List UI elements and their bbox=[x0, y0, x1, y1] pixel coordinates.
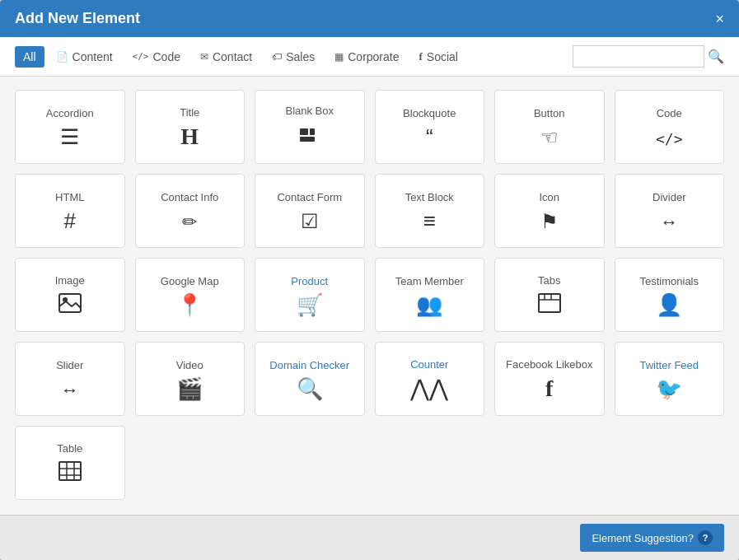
element-card-accordion[interactable]: Accordion ☰ bbox=[15, 90, 125, 164]
element-label-testimonials: Testimonials bbox=[639, 275, 699, 287]
element-icon-code: </> bbox=[656, 126, 683, 147]
element-label-icon: Icon bbox=[539, 191, 559, 203]
nav-tab-all[interactable]: All bbox=[15, 46, 44, 68]
element-card-code[interactable]: Code </> bbox=[615, 90, 725, 164]
nav-label: Corporate bbox=[348, 50, 399, 63]
element-label-image: Image bbox=[55, 274, 85, 287]
corporate-icon: ▦ bbox=[334, 51, 344, 63]
element-card-slider[interactable]: Slider ↔ bbox=[15, 342, 125, 416]
nav-label: Sales bbox=[286, 50, 315, 63]
modal-title: Add New Element bbox=[15, 10, 140, 27]
nav-tab-social[interactable]: fSocial bbox=[411, 46, 466, 68]
content-icon: 📄 bbox=[56, 51, 68, 63]
element-icon-text-block: ≡ bbox=[423, 210, 436, 231]
code-icon: </> bbox=[133, 51, 149, 62]
element-label-title: Title bbox=[180, 106, 199, 119]
element-card-testimonials[interactable]: Testimonials 👤 bbox=[615, 258, 725, 332]
element-label-product: Product bbox=[291, 275, 328, 287]
nav-label: Social bbox=[427, 50, 458, 63]
close-button[interactable]: × bbox=[715, 12, 724, 26]
suggestion-label: Element Suggestion? bbox=[592, 532, 694, 544]
element-icon-slider: ↔ bbox=[61, 378, 79, 399]
element-card-text-block[interactable]: Text Block ≡ bbox=[375, 174, 485, 248]
element-card-icon[interactable]: Icon ⚑ bbox=[494, 174, 605, 248]
nav-tab-contact[interactable]: ✉Contact bbox=[192, 46, 260, 68]
element-card-button[interactable]: Button ☜ bbox=[494, 90, 605, 164]
element-icon-blank-box bbox=[298, 124, 321, 150]
element-label-html: HTML bbox=[55, 191, 84, 203]
nav-label: Content bbox=[72, 50, 113, 63]
element-label-domain-checker: Domain Checker bbox=[269, 359, 349, 371]
element-label-blockquote: Blockquote bbox=[403, 107, 456, 119]
modal-nav: All📄Content</>Code✉Contact🏷Sales▦Corpora… bbox=[0, 37, 739, 77]
element-icon-contact-form: ☑ bbox=[301, 210, 319, 231]
element-card-tabs[interactable]: Tabs bbox=[494, 258, 605, 332]
element-card-video[interactable]: Video 🎬 bbox=[135, 342, 246, 416]
element-label-divider: Divider bbox=[652, 191, 685, 203]
nav-label: Code bbox=[152, 50, 180, 63]
element-card-title[interactable]: Title H bbox=[135, 90, 246, 164]
search-button[interactable]: 🔍 bbox=[708, 49, 724, 64]
element-label-blank-box: Blank Box bbox=[285, 105, 334, 117]
element-card-facebook-likebox[interactable]: Facebook Likebox f bbox=[494, 342, 605, 416]
element-label-button: Button bbox=[534, 107, 565, 119]
element-card-google-map[interactable]: Google Map 📍 bbox=[135, 258, 246, 332]
element-card-blank-box[interactable]: Blank Box bbox=[255, 90, 365, 164]
element-card-image[interactable]: Image bbox=[15, 258, 125, 332]
element-icon-facebook-likebox: f bbox=[545, 377, 553, 400]
element-icon-table bbox=[58, 461, 82, 484]
element-icon-google-map: 📍 bbox=[176, 294, 203, 315]
element-icon-title: H bbox=[180, 125, 199, 148]
element-icon-team-member: 👥 bbox=[416, 294, 442, 315]
element-icon-domain-checker: 🔍 bbox=[297, 378, 323, 399]
element-icon-product: 🛒 bbox=[297, 294, 323, 315]
element-card-domain-checker[interactable]: Domain Checker 🔍 bbox=[255, 342, 365, 416]
element-label-contact-info: Contact Info bbox=[161, 191, 218, 203]
nav-tab-sales[interactable]: 🏷Sales bbox=[264, 46, 323, 68]
element-icon-tabs bbox=[538, 293, 561, 316]
elements-grid: Accordion ☰ Title H Blank Box Blockquote… bbox=[15, 90, 724, 500]
element-icon-icon: ⚑ bbox=[540, 210, 559, 231]
element-label-team-member: Team Member bbox=[395, 275, 464, 287]
element-card-table[interactable]: Table bbox=[15, 426, 125, 500]
element-label-text-block: Text Block bbox=[405, 191, 454, 203]
element-label-video: Video bbox=[176, 359, 203, 371]
social-icon: f bbox=[419, 50, 423, 63]
element-icon-button: ☜ bbox=[540, 126, 559, 147]
svg-rect-9 bbox=[59, 462, 81, 480]
modal-body: Accordion ☰ Title H Blank Box Blockquote… bbox=[0, 77, 739, 515]
search-input[interactable] bbox=[573, 45, 704, 68]
element-card-counter[interactable]: Counter ⋀⋀ bbox=[375, 342, 485, 416]
add-element-modal: Add New Element × All📄Content</>Code✉Con… bbox=[0, 0, 739, 560]
nav-tab-corporate[interactable]: ▦Corporate bbox=[326, 46, 407, 68]
nav-tab-content[interactable]: 📄Content bbox=[48, 46, 121, 68]
svg-rect-5 bbox=[539, 294, 560, 312]
element-icon-image bbox=[58, 293, 82, 316]
element-label-google-map: Google Map bbox=[161, 275, 219, 287]
element-label-twitter-feed: Twitter Feed bbox=[639, 359, 699, 371]
element-label-slider: Slider bbox=[56, 359, 83, 371]
element-icon-divider: ↔ bbox=[660, 210, 678, 231]
svg-rect-0 bbox=[300, 128, 308, 135]
modal-header: Add New Element × bbox=[0, 0, 739, 37]
element-label-table: Table bbox=[57, 442, 82, 455]
element-card-team-member[interactable]: Team Member 👥 bbox=[375, 258, 485, 332]
element-card-divider[interactable]: Divider ↔ bbox=[615, 174, 725, 248]
svg-rect-1 bbox=[310, 128, 315, 135]
nav-label: All bbox=[23, 50, 36, 63]
suggestion-icon: ? bbox=[698, 530, 713, 545]
element-label-contact-form: Contact Form bbox=[277, 191, 342, 203]
element-card-html[interactable]: HTML # bbox=[15, 174, 125, 248]
element-card-contact-info[interactable]: Contact Info ✏ bbox=[135, 174, 246, 248]
element-card-product[interactable]: Product 🛒 bbox=[255, 258, 365, 332]
element-card-contact-form[interactable]: Contact Form ☑ bbox=[255, 174, 365, 248]
suggestion-button[interactable]: Element Suggestion? ? bbox=[580, 524, 724, 552]
element-icon-contact-info: ✏ bbox=[182, 210, 197, 231]
element-card-twitter-feed[interactable]: Twitter Feed 🐦 bbox=[615, 342, 725, 416]
element-icon-blockquote: “ bbox=[426, 126, 433, 147]
element-card-blockquote[interactable]: Blockquote “ bbox=[375, 90, 485, 164]
element-icon-twitter-feed: 🐦 bbox=[656, 378, 682, 399]
nav-tab-code[interactable]: </>Code bbox=[124, 46, 189, 68]
element-label-accordion: Accordion bbox=[46, 107, 94, 119]
contact-icon: ✉ bbox=[200, 51, 208, 63]
